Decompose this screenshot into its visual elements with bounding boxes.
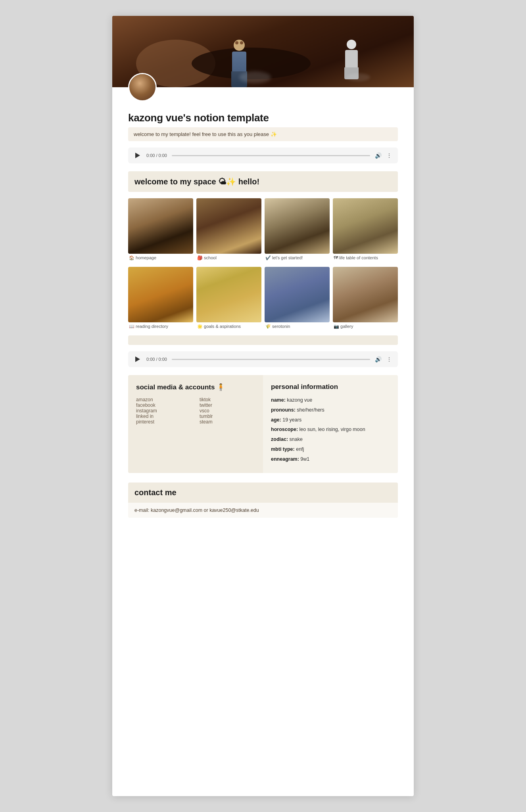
more-options-1[interactable]: ⋮	[386, 152, 392, 159]
grid-item-reading[interactable]: 📖 reading directory	[128, 267, 193, 329]
school-label: 🎒 school	[196, 255, 261, 260]
play-icon-2	[135, 356, 140, 362]
horoscope-label: horoscope:	[271, 427, 298, 432]
info-age: age: 19 years	[271, 416, 390, 424]
volume-icon-1[interactable]: 🔊	[375, 152, 382, 159]
play-icon-1	[135, 153, 140, 158]
homepage-image	[128, 198, 193, 254]
section-header: welcome to my space 🌤✨ hello!	[128, 171, 398, 192]
info-mbti: mbti type: enfj	[271, 446, 390, 453]
age-value: 19 years	[282, 417, 301, 423]
pronouns-label: pronouns:	[271, 407, 296, 413]
social-col-1: amazon facebook instagram linked in pint…	[136, 397, 192, 425]
grid-item-homepage[interactable]: 🏠 homepage	[128, 198, 193, 260]
zodiac-value: snake	[290, 437, 303, 442]
play-button-1[interactable]	[134, 151, 142, 159]
grid-item-gallery[interactable]: 📷 gallery	[333, 267, 398, 329]
info-enneagram: enneagram: 9w1	[271, 456, 390, 463]
info-section: social media & accounts 🧍 amazon faceboo…	[128, 375, 398, 473]
homepage-label: 🏠 homepage	[128, 255, 193, 260]
social-tiktok[interactable]: tiktok	[200, 397, 255, 402]
info-horoscope: horoscope: leo sun, leo rising, virgo mo…	[271, 426, 390, 433]
grid-item-goals[interactable]: 🌟 goals & aspirations	[196, 267, 261, 329]
grid-item-toc[interactable]: 🗺 life table of contents	[333, 198, 398, 260]
mbti-value: enfj	[296, 446, 304, 452]
audio-player-1: 0:00 / 0:00 🔊 ⋮	[128, 147, 398, 163]
image-grid-row-1: 🏠 homepage 🎒 school ✔️ let's get started…	[128, 198, 398, 260]
progress-bar-1[interactable]	[172, 155, 370, 156]
contact-email: e-mail: kazongvue@gmail.com or kavue250@…	[128, 503, 398, 518]
social-linkedin[interactable]: linked in	[136, 414, 192, 419]
social-twitter[interactable]: twitter	[200, 402, 255, 408]
grid-item-school[interactable]: 🎒 school	[196, 198, 261, 260]
play-button-2[interactable]	[134, 355, 142, 363]
horoscope-value: leo sun, leo rising, virgo moon	[299, 427, 365, 432]
toc-label: 🗺 life table of contents	[333, 255, 398, 260]
age-label: age:	[271, 417, 281, 423]
social-media-title: social media & accounts 🧍	[136, 383, 255, 391]
more-options-2[interactable]: ⋮	[386, 356, 392, 362]
time-display-1: 0:00 / 0:00	[146, 153, 167, 158]
banner-background	[112, 16, 414, 87]
profile-area	[112, 87, 414, 116]
pronouns-value: she/her/hers	[297, 407, 324, 413]
page-container: kazong vue's notion template welcome to …	[112, 16, 414, 796]
social-amazon[interactable]: amazon	[136, 397, 192, 402]
time-display-2: 0:00 / 0:00	[146, 357, 167, 362]
social-media-panel: social media & accounts 🧍 amazon faceboo…	[128, 375, 263, 473]
zodiac-label: zodiac:	[271, 437, 288, 442]
social-media-grid: amazon facebook instagram linked in pint…	[136, 397, 255, 425]
social-steam[interactable]: steam	[200, 419, 255, 425]
started-image	[265, 198, 330, 254]
started-label: ✔️ let's get started!	[265, 255, 330, 260]
school-image	[196, 198, 261, 254]
reading-label: 📖 reading directory	[128, 324, 193, 329]
social-instagram[interactable]: instagram	[136, 408, 192, 414]
personal-info-panel: personal information name: kazong vue pr…	[263, 375, 398, 473]
avatar-image	[129, 74, 155, 100]
grid-item-started[interactable]: ✔️ let's get started!	[265, 198, 330, 260]
social-pinterest[interactable]: pinterest	[136, 419, 192, 425]
social-col-2: tiktok twitter vsco tumblr steam	[200, 397, 255, 425]
toc-image	[333, 198, 398, 254]
social-facebook[interactable]: facebook	[136, 402, 192, 408]
name-label: name:	[271, 397, 286, 403]
serotonin-label: 🌾 serotonin	[265, 324, 330, 329]
serotonin-image	[265, 267, 330, 322]
name-value: kazong vue	[287, 397, 312, 403]
info-zodiac: zodiac: snake	[271, 436, 390, 443]
goals-label: 🌟 goals & aspirations	[196, 324, 261, 329]
volume-icon-2[interactable]: 🔊	[375, 356, 382, 362]
avatar	[128, 73, 157, 102]
info-name: name: kazong vue	[271, 396, 390, 404]
welcome-strip: welcome to my template! feel free to use…	[128, 127, 398, 141]
personal-info-title: personal information	[271, 383, 390, 391]
contact-title: contact me	[128, 483, 398, 503]
banner	[112, 16, 414, 87]
gallery-label: 📷 gallery	[333, 324, 398, 329]
social-tumblr[interactable]: tumblr	[200, 414, 255, 419]
info-pronouns: pronouns: she/her/hers	[271, 406, 390, 414]
social-vsco[interactable]: vsco	[200, 408, 255, 414]
enneagram-value: 9w1	[300, 456, 309, 462]
mbti-label: mbti type:	[271, 446, 295, 452]
bottom-spacer	[112, 534, 414, 557]
image-grid-row-2: 📖 reading directory 🌟 goals & aspiration…	[128, 267, 398, 329]
enneagram-label: enneagram:	[271, 456, 299, 462]
grid-item-serotonin[interactable]: 🌾 serotonin	[265, 267, 330, 329]
reading-image	[128, 267, 193, 322]
contact-section: contact me e-mail: kazongvue@gmail.com o…	[128, 483, 398, 518]
gallery-image	[333, 267, 398, 322]
progress-bar-2[interactable]	[172, 359, 370, 360]
goals-image	[196, 267, 261, 322]
divider-1	[128, 335, 398, 345]
audio-player-2: 0:00 / 0:00 🔊 ⋮	[128, 351, 398, 367]
